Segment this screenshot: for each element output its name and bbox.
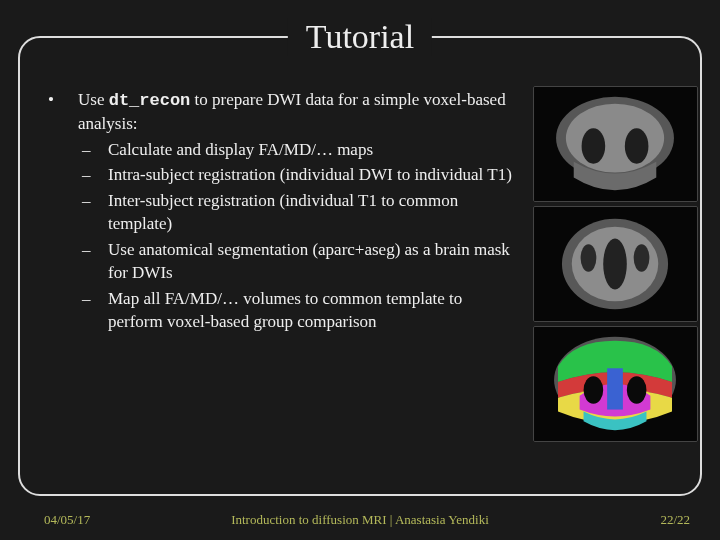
svg-point-3 xyxy=(582,128,606,163)
svg-point-8 xyxy=(603,238,627,289)
brain-axial-t1-image xyxy=(533,206,698,322)
brain-icon xyxy=(534,327,697,441)
sub-item: – Map all FA/MD/… volumes to common temp… xyxy=(78,287,520,334)
slide-title: Tutorial xyxy=(288,18,432,56)
body-text: • Use dt_recon to prepare DWI data for a… xyxy=(44,88,520,336)
intro-code: dt_recon xyxy=(109,91,191,110)
dash-marker: – xyxy=(78,238,108,261)
intro-pre: Use xyxy=(78,90,109,109)
sub-item: – Intra-subject registration (individual… xyxy=(78,163,520,186)
svg-point-2 xyxy=(566,104,664,173)
brain-icon xyxy=(534,87,697,201)
bullet-content: Use dt_recon to prepare DWI data for a s… xyxy=(78,88,520,136)
svg-point-4 xyxy=(625,128,649,163)
sub-text: Intra-subject registration (individual D… xyxy=(108,163,520,186)
svg-point-10 xyxy=(634,244,650,272)
bullet-marker: • xyxy=(44,88,78,111)
sub-text: Map all FA/MD/… volumes to common templa… xyxy=(108,287,520,334)
sub-text: Calculate and display FA/MD/… maps xyxy=(108,138,520,161)
svg-point-9 xyxy=(581,244,597,272)
sub-item: – Inter-subject registration (individual… xyxy=(78,189,520,236)
footer: 04/05/17 Introduction to diffusion MRI |… xyxy=(0,506,720,528)
dash-marker: – xyxy=(78,138,108,161)
footer-date: 04/05/17 xyxy=(44,512,90,528)
sub-item: – Use anatomical segmentation (aparc+ase… xyxy=(78,238,520,285)
brain-coronal-aparc-image xyxy=(533,326,698,442)
dash-marker: – xyxy=(78,287,108,310)
slide: Tutorial • Use dt_recon to prepare DWI d… xyxy=(0,0,720,540)
svg-point-14 xyxy=(627,376,647,404)
dash-marker: – xyxy=(78,189,108,212)
svg-point-13 xyxy=(584,376,604,404)
brain-icon xyxy=(534,207,697,321)
brain-coronal-t1-image xyxy=(533,86,698,202)
bullet-main: • Use dt_recon to prepare DWI data for a… xyxy=(44,88,520,136)
footer-page: 22/22 xyxy=(660,512,690,528)
sub-item: – Calculate and display FA/MD/… maps xyxy=(78,138,520,161)
sub-text: Use anatomical segmentation (aparc+aseg)… xyxy=(108,238,520,285)
footer-center: Introduction to diffusion MRI | Anastasi… xyxy=(231,512,489,528)
dash-marker: – xyxy=(78,163,108,186)
image-column xyxy=(533,86,698,442)
svg-rect-15 xyxy=(607,368,623,409)
sub-text: Inter-subject registration (individual T… xyxy=(108,189,520,236)
